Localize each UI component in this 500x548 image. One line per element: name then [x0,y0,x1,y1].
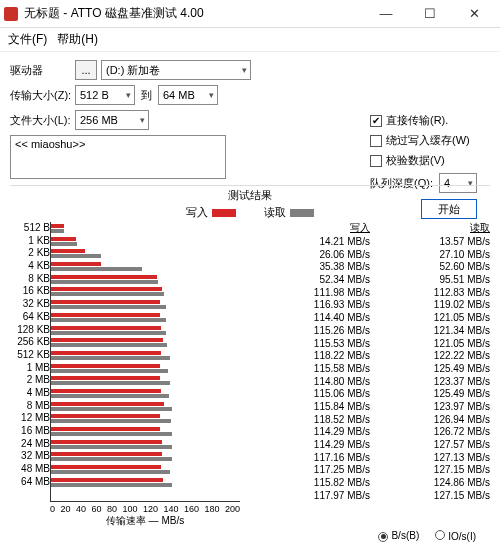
bypass-cache-checkbox[interactable]: 绕过写入缓存(W) [370,133,477,148]
results-title: 测试结果 [10,188,490,203]
to-label: 到 [141,88,152,103]
drive-browse-button[interactable]: ... [75,60,97,80]
legend-write: 写入 [186,205,236,220]
direct-io-checkbox[interactable]: ✔直接传输(R). [370,113,477,128]
chart-y-labels: 512 B1 KB2 KB4 KB8 KB16 KB32 KB64 KB128 … [10,222,50,502]
app-icon [4,7,18,21]
drive-select[interactable]: (D:) 新加卷 [101,60,251,80]
legend-read: 读取 [264,205,314,220]
chart-x-label: 传输速率 — MB/s [50,514,240,528]
transfer-size-to[interactable]: 64 MB [158,85,218,105]
unit-iops-radio[interactable]: IO/s(I) [435,530,476,542]
minimize-button[interactable]: — [364,0,408,28]
menu-file[interactable]: 文件(F) [8,31,47,48]
file-size-label: 文件大小(L): [10,113,75,128]
transfer-size-label: 传输大小(Z): [10,88,75,103]
read-value-column: 读取13.57 MB/s27.10 MB/s52.60 MB/s95.51 MB… [370,222,490,502]
transfer-size-from[interactable]: 512 B [75,85,135,105]
chart-x-axis: 020406080100120140160180200 [50,504,240,514]
unit-bps-radio[interactable]: B/s(B) [378,530,419,542]
verify-data-checkbox[interactable]: 校验数据(V) [370,153,477,168]
window-title: 无标题 - ATTO 磁盘基准测试 4.00 [24,5,364,22]
chart-bars [50,222,240,502]
file-size-select[interactable]: 256 MB [75,110,149,130]
description-box[interactable]: << miaoshu>> [10,135,226,179]
drive-label: 驱动器 [10,63,75,78]
write-value-column: 写入14.21 MB/s26.06 MB/s35.38 MB/s52.34 MB… [250,222,370,502]
menu-help[interactable]: 帮助(H) [57,31,98,48]
close-button[interactable]: ✕ [452,0,496,28]
maximize-button[interactable]: ☐ [408,0,452,28]
